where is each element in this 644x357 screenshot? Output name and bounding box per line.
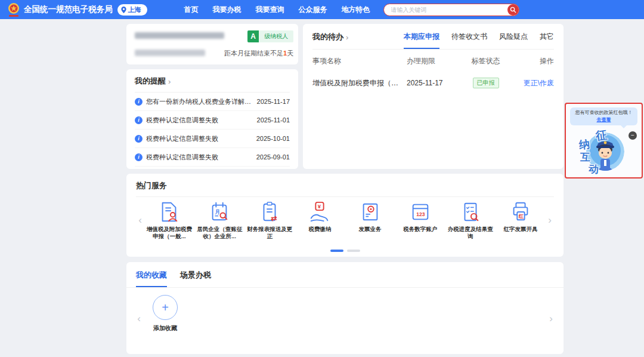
swap-glyph: ⇄ (271, 214, 277, 223)
financial-report-icon: ⇄ (258, 201, 281, 223)
service-progress-query[interactable]: 办税进度及结果查询 (445, 201, 496, 241)
service-digital-account[interactable]: 123 税务数字账户 (395, 201, 445, 241)
plus-icon: + (153, 295, 178, 320)
interaction-assistant-widget: 您有可查收的政策红包哦！ 去查看 征 纳 互 动 − (565, 103, 643, 178)
reminder-date: 2025-09-01 (256, 153, 290, 161)
service-label: 税务数字账户 (403, 226, 437, 233)
service-label: 发票业务 (359, 226, 382, 233)
todo-item-name: 增值税及附加税费申报（一般纳税人适... (312, 78, 407, 88)
redacted-taxpayer-name (135, 32, 224, 39)
correct-void-link[interactable]: 更正\作废 (524, 79, 554, 87)
table-row: 增值税及附加税费申报（一般纳税人适... 2025-11-17 已申报 更正\作… (312, 72, 554, 94)
progress-query-icon (459, 201, 482, 223)
redacted-taxpayer-id (135, 50, 205, 56)
service-label: 增值税及附加税费申报（一般... (146, 226, 193, 241)
service-invoice-business[interactable]: 发票业务 (345, 201, 395, 241)
redacted-taxpayer-identity (135, 30, 224, 58)
info-icon: i (135, 98, 143, 106)
reminder-text: 税费种认定信息调整失败 (146, 116, 253, 125)
tax-payment-icon: ¥ (308, 201, 331, 223)
vat-declaration-icon (158, 201, 181, 223)
services-list: 增值税及附加税费申报（一般... 月 居民企业（查账征收）企业所... (144, 201, 546, 241)
add-favorite-button[interactable]: + 添加收藏 (153, 295, 178, 333)
main-content: A 级纳税人 距本月征期结束不足1天 我的提醒 › i 您有一份新办纳税人税费业… (126, 24, 564, 354)
credit-rating-badge: A 级纳税人 (247, 30, 293, 42)
location-label: 上海 (128, 5, 141, 14)
mascot-char: 征 (595, 127, 608, 143)
service-label: 红字发票开具 (503, 226, 537, 233)
mascot-char: 动 (588, 162, 599, 177)
todo-table-header: 事项名称 办理期限 标签状态 操作 (312, 50, 554, 72)
reminder-item[interactable]: i 税费种认定信息调整失败 2025-10-01 (135, 130, 290, 148)
search-button[interactable] (507, 4, 519, 16)
search-input[interactable] (383, 4, 519, 16)
service-tax-payment[interactable]: ¥ 税费缴纳 (295, 201, 345, 241)
nav-tax-query[interactable]: 我要查询 (256, 5, 284, 15)
favorites-prev-button[interactable]: ‹ (135, 313, 143, 325)
tab-current-declaration[interactable]: 本期应申报 (404, 32, 439, 49)
tab-my-favorites[interactable]: 我的收藏 (136, 270, 167, 287)
month-glyph: 月 (215, 209, 221, 215)
red-invoice-icon: 红 (509, 201, 532, 223)
filing-deadline-notice: 距本月征期结束不足1天 (224, 49, 293, 58)
carousel-next-button[interactable]: › (546, 214, 554, 226)
mascot-char: 纳 (578, 137, 590, 152)
minimize-widget-button[interactable]: − (628, 131, 637, 140)
nav-tax-handling[interactable]: 我要办税 (213, 5, 242, 15)
tab-risk-points[interactable]: 风险疑点 (499, 32, 528, 49)
col-deadline: 办理期限 (407, 56, 460, 66)
favorites-next-button[interactable]: › (547, 313, 555, 325)
logo-caption (9, 15, 18, 17)
info-icon: i (135, 153, 143, 161)
col-item-name: 事项名称 (312, 56, 407, 66)
col-status: 标签状态 (460, 56, 511, 66)
my-reminders-card: 我的提醒 › i 您有一份新办纳税人税费业务详解，... 2025-11-17 … (126, 69, 298, 169)
reminder-item[interactable]: i 税费种认定信息调整失败 2025-11-01 (135, 111, 290, 130)
tab-scenario-tax[interactable]: 场景办税 (180, 270, 211, 287)
search-icon (510, 7, 516, 13)
pagination-dot[interactable] (347, 250, 360, 252)
tab-others[interactable]: 其它 (540, 32, 554, 49)
service-enterprise-income-tax[interactable]: 月 居民企业（查账征收）企业所... (194, 201, 244, 241)
service-red-invoice[interactable]: 红 红字发票开具 (496, 201, 546, 241)
location-pin-icon (121, 7, 126, 13)
reminder-text: 税费种认定信息调整失败 (146, 134, 253, 143)
service-vat-declaration[interactable]: 增值税及附加税费申报（一般... (144, 201, 194, 241)
reminders-title: 我的提醒 (135, 76, 166, 87)
nav-public-services[interactable]: 公众服务 (299, 5, 327, 15)
digital-account-icon: 123 (409, 201, 432, 223)
carousel-prev-button[interactable]: ‹ (136, 214, 144, 226)
reminder-item[interactable]: i 您有一份新办纳税人税费业务详解，... 2025-11-17 (135, 93, 290, 111)
reminders-title-row[interactable]: 我的提醒 › (135, 76, 290, 93)
todo-title-row[interactable]: 我的待办 › (312, 32, 348, 42)
service-financial-report[interactable]: ⇄ 财务报表报送及更正 (244, 201, 295, 241)
tab-documents-to-sign[interactable]: 待签收文书 (451, 32, 487, 49)
favorites-card: 我的收藏 场景办税 ‹ + 添加收藏 › (126, 262, 564, 354)
yuan-glyph: ¥ (318, 203, 321, 210)
top-navbar: 全国统一规范电子税务局 上海 首页 我要办税 我要查询 公众服务 地方特色 (0, 0, 644, 19)
nav-local-features[interactable]: 地方特色 (342, 5, 370, 15)
col-action: 操作 (511, 56, 554, 66)
hot-services-card: 热门服务 ‹ 增值税及附加税费申报（一般... (126, 174, 564, 257)
taxpayer-info-card: A 级纳税人 距本月征期结束不足1天 (126, 24, 298, 64)
add-favorite-label: 添加收藏 (153, 324, 177, 333)
nav-home[interactable]: 首页 (184, 5, 199, 15)
service-label: 财务报表报送及更正 (246, 226, 293, 241)
header-search (383, 4, 519, 16)
assistant-bubble-text: 您有可查收的政策红包哦！ (575, 110, 633, 115)
favorites-tabs: 我的收藏 场景办税 (126, 262, 564, 288)
rating-label: 级纳税人 (259, 30, 293, 42)
chevron-right-icon: › (346, 33, 348, 42)
main-nav: 首页 我要办税 我要查询 公众服务 地方特色 (184, 5, 370, 15)
view-policy-link[interactable]: 去查看 (597, 117, 611, 124)
todo-tabs: 本期应申报 待签收文书 风险疑点 其它 (404, 32, 554, 49)
pagination-dot-active[interactable] (330, 250, 343, 252)
red-char-glyph: 红 (518, 213, 524, 219)
reminder-date: 2025-11-17 (257, 98, 290, 105)
status-badge: 已申报 (473, 78, 499, 88)
reminder-date: 2025-10-01 (256, 135, 290, 142)
location-selector[interactable]: 上海 (117, 4, 147, 16)
todo-title: 我的待办 (312, 32, 343, 42)
reminder-item[interactable]: i 税费种认定信息调整失败 2025-09-01 (135, 148, 290, 167)
todo-item-deadline: 2025-11-17 (407, 79, 460, 87)
